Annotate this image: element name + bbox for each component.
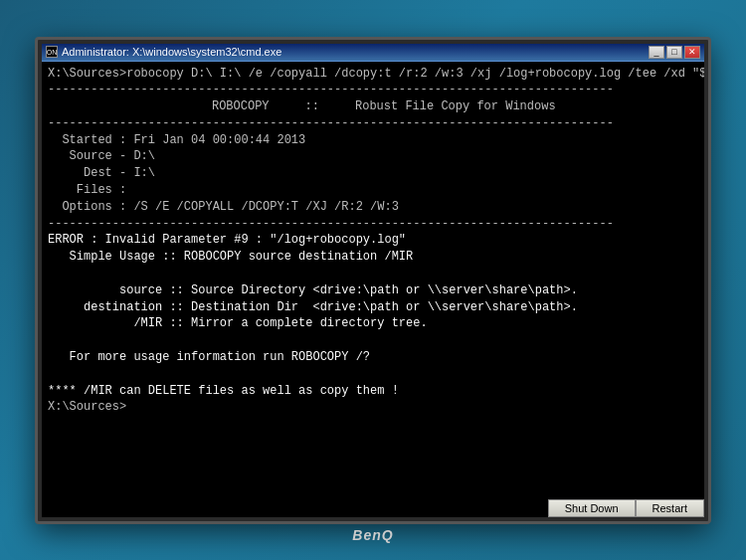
cmd-content: X:\Sources>robocopy D:\ I:\ /e /copyall … bbox=[42, 62, 704, 517]
simple-usage-line: Simple Usage :: ROBOCOPY source destinat… bbox=[48, 249, 698, 266]
minimize-button[interactable]: _ bbox=[649, 46, 664, 59]
command-line: X:\Sources>robocopy D:\ I:\ /e /copyall … bbox=[48, 66, 698, 83]
more-info-line: For more usage information run ROBOCOPY … bbox=[48, 349, 698, 366]
separator-3: ----------------------------------------… bbox=[48, 216, 698, 233]
monitor-frame: ON Administrator: X:\windows\system32\cm… bbox=[35, 37, 711, 524]
shutdown-button[interactable]: Shut Down bbox=[548, 499, 636, 517]
mir-desc-line: /MIR :: Mirror a complete directory tree… bbox=[48, 315, 698, 332]
source-line: Source - D:\ bbox=[48, 148, 698, 165]
started-line: Started : Fri Jan 04 00:00:44 2013 bbox=[48, 132, 698, 149]
warning-line: **** /MIR can DELETE files as well as co… bbox=[48, 383, 698, 400]
maximize-button[interactable]: □ bbox=[666, 46, 682, 59]
header: ROBOCOPY :: Robust File Copy for Windows bbox=[48, 98, 698, 115]
monitor-screen: ON Administrator: X:\windows\system32\cm… bbox=[42, 44, 704, 517]
bottom-buttons: Shut Down Restart bbox=[548, 499, 704, 517]
source-desc-line: source :: Source Directory <drive:\path … bbox=[48, 282, 698, 299]
files-line: Files : bbox=[48, 182, 698, 199]
blank-1 bbox=[48, 266, 698, 282]
window-controls[interactable]: _ □ ✕ bbox=[649, 46, 700, 59]
window-titlebar: ON Administrator: X:\windows\system32\cm… bbox=[42, 44, 704, 62]
options-line: Options : /S /E /COPYALL /DCOPY:T /XJ /R… bbox=[48, 199, 698, 216]
close-button[interactable]: ✕ bbox=[684, 46, 700, 59]
error-line: ERROR : Invalid Parameter #9 : "/log+rob… bbox=[48, 232, 698, 249]
separator-1: ----------------------------------------… bbox=[48, 82, 698, 98]
prompt-line: X:\Sources> bbox=[48, 399, 698, 416]
blank-3 bbox=[48, 366, 698, 383]
blank-2 bbox=[48, 332, 698, 349]
cmd-icon: ON bbox=[46, 46, 58, 58]
separator-2: ----------------------------------------… bbox=[48, 115, 698, 132]
dest-desc-line: destination :: Destination Dir <drive:\p… bbox=[48, 299, 698, 316]
dest-line: Dest - I:\ bbox=[48, 165, 698, 182]
monitor-brand: BenQ bbox=[352, 527, 393, 543]
restart-button[interactable]: Restart bbox=[636, 499, 704, 517]
window-title-area: ON Administrator: X:\windows\system32\cm… bbox=[46, 46, 281, 58]
window-title-text: Administrator: X:\windows\system32\cmd.e… bbox=[62, 46, 281, 58]
